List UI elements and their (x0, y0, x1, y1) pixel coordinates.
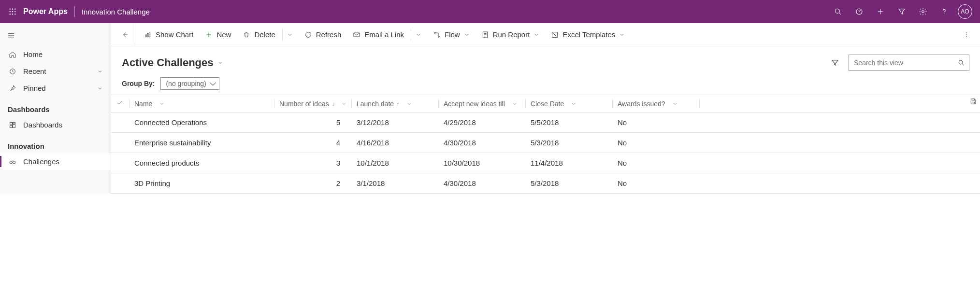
sidebar-item-label: Recent (23, 67, 46, 75)
flow-button[interactable]: Flow (428, 28, 475, 42)
sidebar-section-innovation: Innovation (0, 133, 111, 153)
filter-button[interactable] (891, 0, 912, 23)
chevron-down-icon (341, 101, 347, 107)
flow-icon (433, 31, 441, 39)
avatar-initials: AO (961, 8, 969, 15)
chevron-down-icon (571, 101, 576, 107)
cell-name[interactable]: Connected Operations (130, 113, 274, 133)
search-view-input[interactable] (853, 58, 957, 67)
delete-split-button[interactable] (282, 29, 298, 41)
sidebar-item-challenges[interactable]: Challenges (0, 153, 111, 170)
sidebar: Home Recent Pinned Dashboards Dashboards… (0, 23, 111, 194)
save-icon (969, 98, 977, 105)
brand-name[interactable]: Power Apps (20, 7, 72, 16)
cell-ideas: 3 (274, 153, 352, 173)
task-button[interactable] (849, 0, 870, 23)
svg-point-5 (14, 11, 15, 12)
column-header-select[interactable] (111, 95, 130, 113)
sidebar-item-recent[interactable]: Recent (0, 63, 111, 80)
cell-accept: 4/30/2018 (439, 173, 526, 194)
excel-templates-button[interactable]: Excel Templates (546, 28, 630, 42)
command-label: Delete (254, 30, 275, 39)
sort-descending-icon: ↓ (332, 101, 335, 107)
plus-icon (876, 7, 885, 16)
funnel-icon (831, 58, 839, 67)
column-header-close[interactable]: Close Date (526, 95, 613, 113)
view-filter-button[interactable] (826, 54, 844, 71)
row-select-cell[interactable] (111, 153, 130, 173)
sidebar-collapse-button[interactable] (0, 26, 111, 46)
svg-rect-29 (149, 32, 150, 37)
column-label: Close Date (531, 100, 564, 108)
search-view-box[interactable] (849, 55, 969, 71)
app-launcher-button[interactable] (5, 0, 20, 23)
more-commands-button[interactable] (957, 31, 976, 39)
sidebar-item-label: Home (23, 50, 43, 58)
sidebar-section-dashboards: Dashboards (0, 97, 111, 116)
back-button[interactable] (115, 23, 135, 46)
sidebar-item-dashboards[interactable]: Dashboards (0, 116, 111, 133)
search-icon (957, 59, 965, 67)
table-row[interactable]: Connected products310/1/201810/30/201811… (111, 153, 980, 173)
command-label: Refresh (316, 30, 342, 39)
svg-point-8 (14, 14, 15, 14)
chevron-down-icon (159, 101, 165, 107)
report-icon (481, 31, 489, 39)
cell-launch: 10/1/2018 (352, 153, 439, 173)
command-label: Excel Templates (562, 30, 615, 39)
global-header: Power Apps Innovation Challenge AO (0, 0, 980, 23)
column-label: Name (134, 100, 152, 108)
chevron-down-icon (672, 101, 678, 107)
help-button[interactable] (934, 0, 955, 23)
email-link-button[interactable]: Email a Link (348, 28, 409, 42)
column-header-accept[interactable]: Accept new ideas till (439, 95, 526, 113)
show-chart-button[interactable]: Show Chart (139, 28, 198, 42)
cell-spacer (700, 173, 980, 194)
hamburger-icon (7, 31, 15, 40)
row-select-cell[interactable] (111, 113, 130, 133)
row-select-cell[interactable] (111, 173, 130, 194)
cell-accept: 10/30/2018 (439, 153, 526, 173)
delete-button[interactable]: Delete (238, 28, 280, 42)
cell-awards: No (613, 133, 700, 153)
new-button[interactable]: New (200, 28, 236, 42)
cell-ideas: 4 (274, 133, 352, 153)
refresh-button[interactable]: Refresh (300, 28, 346, 42)
search-button[interactable] (827, 0, 849, 23)
chevron-down-icon (533, 32, 539, 38)
svg-point-9 (835, 9, 839, 13)
add-button[interactable] (870, 0, 891, 23)
cell-name[interactable]: 3D Printing (130, 173, 274, 194)
command-label: Show Chart (156, 30, 193, 39)
row-select-cell[interactable] (111, 133, 130, 153)
column-header-awards[interactable]: Awards issued? (613, 95, 700, 113)
view-selector[interactable]: Active Challenges (122, 56, 223, 69)
group-by-selector[interactable]: (no grouping) (160, 77, 219, 90)
table-row[interactable]: Connected Operations53/12/20184/29/20185… (111, 113, 980, 133)
question-icon (940, 7, 949, 16)
cell-name[interactable]: Enterprise sustainability (130, 133, 274, 153)
sort-ascending-icon: ↑ (397, 101, 400, 107)
main-content: Show Chart New Delete Refresh Email a Li… (111, 23, 980, 194)
column-header-name[interactable]: Name (130, 95, 274, 113)
sidebar-item-pinned[interactable]: Pinned (0, 80, 111, 97)
svg-rect-45 (972, 99, 974, 100)
email-link-split-button[interactable] (411, 29, 426, 41)
column-header-ideas[interactable]: Number of ideas ↓ (274, 95, 352, 113)
table-row[interactable]: Enterprise sustainability44/16/20184/30/… (111, 133, 980, 153)
column-header-spacer (700, 95, 980, 113)
table-row[interactable]: 3D Printing23/1/20184/30/20185/3/2018No (111, 173, 980, 194)
column-header-launch[interactable]: Launch date ↑ (352, 95, 439, 113)
save-layout-button[interactable] (969, 98, 977, 107)
user-avatar[interactable]: AO (958, 4, 972, 19)
run-report-button[interactable]: Run Report (476, 28, 545, 42)
sidebar-item-home[interactable]: Home (0, 46, 111, 63)
svg-point-1 (12, 9, 13, 10)
mail-icon (353, 31, 360, 39)
settings-button[interactable] (912, 0, 934, 23)
svg-rect-28 (147, 33, 148, 37)
group-by-row: Group By: (no grouping) (111, 75, 980, 95)
svg-rect-27 (145, 35, 146, 37)
cell-name[interactable]: Connected products (130, 153, 274, 173)
cell-close: 11/4/2018 (526, 153, 613, 173)
